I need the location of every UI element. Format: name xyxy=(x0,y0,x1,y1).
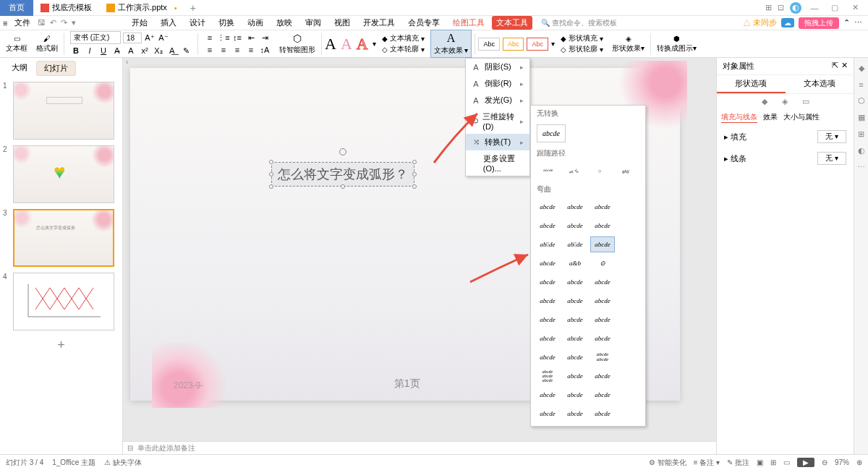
underline-button[interactable]: U xyxy=(98,45,109,56)
warp-option[interactable]: abcde xyxy=(563,368,587,384)
align-center-button[interactable]: ≡ xyxy=(218,44,229,56)
view-reading-icon[interactable]: ▭ xyxy=(783,458,790,466)
increase-font-icon[interactable]: A⁺ xyxy=(144,32,156,43)
shape-style-2[interactable]: Abc xyxy=(503,38,524,51)
shape-fill-button[interactable]: 形状填充 xyxy=(569,33,597,43)
shape-outline-button[interactable]: 形状轮廓 xyxy=(569,44,597,54)
menu-design[interactable]: 设计 xyxy=(184,16,211,30)
warp-option[interactable]: abcde xyxy=(590,406,615,422)
resize-handle[interactable] xyxy=(269,172,273,176)
menu-view[interactable]: 视图 xyxy=(328,16,356,30)
search-box[interactable]: 🔍 查找命令、搜索模板 xyxy=(541,18,617,28)
selected-textbox[interactable]: 怎么将文字变成弧形？ xyxy=(271,162,414,187)
panel-tab-text[interactable]: 文本选项 xyxy=(786,75,854,93)
warp-option[interactable]: abcde xyxy=(535,349,560,365)
close-button[interactable]: ✕ xyxy=(848,3,862,12)
effect-3d-rotation[interactable]: ⟲三维旋转(D)▸ xyxy=(466,108,529,134)
resize-handle[interactable] xyxy=(412,172,417,176)
beautify-button[interactable]: ⚙ 智能美化 xyxy=(649,458,686,468)
redo-icon[interactable]: ↷ xyxy=(61,18,67,27)
warp-option[interactable]: abcde xyxy=(563,274,587,290)
path-arch-up[interactable]: ᵃᵇᶜᵈᵉ xyxy=(537,163,558,180)
more-icon[interactable]: ⋯ xyxy=(854,18,862,27)
hamburger-icon[interactable]: ≡ xyxy=(3,19,7,27)
resize-handle[interactable] xyxy=(269,184,273,189)
menu-slideshow[interactable]: 放映 xyxy=(271,16,298,30)
resize-handle[interactable] xyxy=(412,184,417,189)
warp-option[interactable]: abcde xyxy=(590,330,615,346)
effect-more-settings[interactable]: 更多设置(O)... xyxy=(466,150,529,176)
prev-slide-icon[interactable]: ‹ xyxy=(126,58,128,66)
rotate-handle[interactable] xyxy=(339,148,346,155)
numbering-button[interactable]: ⋮≡ xyxy=(218,32,229,43)
warp-option[interactable]: abcde xyxy=(590,368,615,384)
menu-member[interactable]: 会员专享 xyxy=(402,16,446,30)
missing-font-warning[interactable]: ⚠ 缺失字体 xyxy=(104,458,142,468)
path-circle[interactable]: ○ xyxy=(589,163,610,180)
menu-insert[interactable]: 插入 xyxy=(155,16,182,30)
home-tab[interactable]: 首页 xyxy=(0,0,33,16)
save-icon[interactable]: 🖫 xyxy=(38,18,46,27)
resize-handle[interactable] xyxy=(341,184,345,189)
panel-pin-icon[interactable]: ⇱ xyxy=(832,61,838,72)
indent-inc-button[interactable]: ⇥ xyxy=(259,32,271,43)
path-button[interactable]: ghij xyxy=(615,163,637,180)
warp-option[interactable]: abcde xyxy=(563,293,587,309)
warp-option[interactable]: abcde xyxy=(535,293,560,309)
font-family-select[interactable]: 隶书 (正文) xyxy=(70,31,121,44)
line-spacing-button[interactable]: ↕≡ xyxy=(231,32,243,43)
outline-tab-slides[interactable]: 幻灯片 xyxy=(36,61,76,76)
sidebar-icon[interactable]: ◆ xyxy=(859,64,864,73)
sidebar-icon[interactable]: ◐ xyxy=(858,146,865,155)
warp-option[interactable]: abcde xyxy=(535,330,560,346)
effect-reflection[interactable]: A倒影(R)▸ xyxy=(466,75,529,92)
zoom-out-icon[interactable]: ⊖ xyxy=(822,458,827,466)
add-slide-button[interactable]: + xyxy=(3,338,119,353)
font-color-button[interactable]: A xyxy=(125,45,137,56)
warp-option[interactable]: abcde xyxy=(590,293,615,309)
slide-thumb-2[interactable]: ♥ xyxy=(13,145,114,203)
menu-text-tools[interactable]: 文本工具 xyxy=(492,16,532,30)
warp-option[interactable]: abcde xyxy=(563,406,587,422)
italic-button[interactable]: I xyxy=(84,45,95,56)
sidebar-icon[interactable]: ⬡ xyxy=(858,96,865,106)
effect-shadow[interactable]: A阴影(S)▸ xyxy=(466,59,529,75)
subtab-size-icon[interactable]: ▭ xyxy=(802,97,809,106)
notes-toggle[interactable]: ≡ 备注 ▾ xyxy=(694,458,720,468)
effect-glow[interactable]: A发光(G)▸ xyxy=(466,92,529,108)
minimize-button[interactable]: — xyxy=(807,4,822,12)
warp-option[interactable]: abcde xyxy=(590,218,615,234)
outline-tab-outline[interactable]: 大纲 xyxy=(4,61,35,76)
align-right-button[interactable]: ≡ xyxy=(231,44,243,56)
slide-thumb-4[interactable] xyxy=(13,273,114,330)
resize-handle[interactable] xyxy=(412,160,417,164)
text-outline-button[interactable]: 文本轮廓 xyxy=(390,44,419,54)
warp-option[interactable]: abcde xyxy=(563,330,587,346)
menu-transition[interactable]: 切换 xyxy=(213,16,240,30)
subtab-effect-icon[interactable]: ◈ xyxy=(782,97,788,106)
strike-button[interactable]: A̶ xyxy=(111,45,123,56)
bullets-button[interactable]: ≡ xyxy=(204,32,216,43)
maximize-button[interactable]: ▢ xyxy=(827,3,842,12)
align-left-button[interactable]: ≡ xyxy=(204,44,216,56)
shape-style-more-icon[interactable]: ▾ xyxy=(551,40,555,48)
subtab-fill-line[interactable]: 填充与线条 xyxy=(721,112,757,123)
subtab-effects[interactable]: 效果 xyxy=(763,112,778,123)
warp-option[interactable]: abcde xyxy=(535,312,560,328)
shape-style-1[interactable]: Abc xyxy=(478,38,500,51)
warp-option[interactable]: abcde xyxy=(535,387,560,403)
subtab-fill-icon[interactable]: ◆ xyxy=(762,97,767,106)
warp-option[interactable]: abcde xyxy=(563,199,587,215)
warp-option[interactable]: ⊙ xyxy=(590,255,615,271)
warp-option[interactable]: ab⃔de xyxy=(535,236,560,252)
shape-style-3[interactable]: Abc xyxy=(527,38,548,51)
smartart-icon[interactable]: ⬡ xyxy=(293,33,302,44)
sidebar-icon[interactable]: ≡ xyxy=(859,80,863,89)
panel-tab-shape[interactable]: 形状选项 xyxy=(717,75,786,93)
subtab-size[interactable]: 大小与属性 xyxy=(783,112,820,123)
view-sorter-icon[interactable]: ⊞ xyxy=(770,458,776,466)
collapse-ribbon-icon[interactable]: ⌃ xyxy=(843,18,850,27)
indent-dec-button[interactable]: ⇤ xyxy=(245,32,257,43)
text-effect-button[interactable]: 文本效果 ▾ xyxy=(434,46,469,56)
format-painter-icon[interactable]: 🖌 xyxy=(43,35,51,43)
